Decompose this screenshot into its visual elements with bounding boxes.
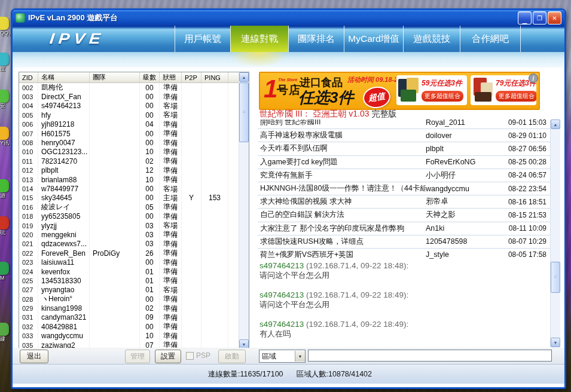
forum-post[interactable]: 求大神给俄国的视频 求大神邪帝卓08-16 18:51 — [258, 195, 550, 209]
forum-post-title[interactable]: 求德国快速RUSH攻略，详细点 — [258, 237, 426, 247]
table-row[interactable]: 007H60157500準備 — [19, 129, 239, 138]
scrollbar-thumb[interactable]: ≡ — [239, 82, 249, 142]
tab-item[interactable]: 團隊排名 — [288, 26, 344, 52]
table-cell — [90, 230, 140, 239]
column-header[interactable]: 名稱 — [38, 72, 90, 82]
tab-item[interactable]: 用戶帳號 — [175, 26, 230, 52]
forum-post-title[interactable]: 究竟仲有無新手 — [258, 170, 426, 180]
table-row[interactable]: 002凱梅伦00準備 — [19, 83, 239, 92]
desktop-icon[interactable]: QQ音 — [0, 17, 10, 36]
table-row[interactable]: 020menggekni03準備 — [19, 230, 239, 239]
table-row[interactable]: 014w7844997700客場 — [19, 184, 239, 193]
tab-active[interactable]: 連線對戰 — [230, 26, 288, 52]
column-header[interactable]: 級數 — [140, 72, 160, 82]
desktop-icon[interactable]: 游 — [0, 179, 10, 198]
forum-post[interactable]: 入game要打cd key問題FoRevErKoNG08-25 00:28 — [258, 156, 550, 169]
table-row[interactable]: 015sky3464500主場Y153 — [19, 194, 239, 203]
forum-post-title[interactable]: 開唔到 世紀帝國III — [258, 120, 426, 127]
forum-post-title[interactable]: 大家注意了 那个没名字的印度玩家是作弊狗 — [258, 223, 426, 234]
table-row[interactable]: 033wangdyccmu10準備 — [19, 332, 239, 341]
region-dropdown[interactable]: 區域 ▼ — [259, 350, 306, 363]
column-header[interactable]: P2P — [182, 72, 201, 82]
column-header[interactable]: ZID — [19, 72, 38, 82]
maximize-button[interactable]: ❐ — [533, 11, 546, 24]
table-row[interactable]: 003DirectX_Fan00準備 — [19, 92, 239, 101]
table-row[interactable]: 018yy6523580500準備 — [19, 212, 239, 220]
scroll-up-icon[interactable]: ▲ — [239, 72, 249, 82]
table-row[interactable]: 028ヽHeroin°00準備 — [19, 295, 239, 304]
table-row[interactable]: 019ylyzjj03客場 — [19, 221, 239, 230]
table-row[interactable]: 029kinsang199802準備 — [19, 304, 239, 313]
desktop-icon[interactable]: Y讯 — [0, 127, 10, 146]
table-row[interactable]: 023laisiuwa1100準備 — [19, 258, 239, 267]
column-header[interactable]: 狀態 — [160, 72, 182, 82]
table-row[interactable]: 022ForeveR_BenProDiGy26準備 — [19, 249, 239, 258]
forum-post[interactable]: 今天咋看不到队伍啊plbplt08-27 06:56 — [258, 142, 550, 155]
tab-item[interactable]: 遊戲競技 — [403, 26, 460, 52]
window-titlebar[interactable]: IPvE vLan 2900 遊戲平台 ▁ ❐ ✕ — [13, 10, 564, 26]
exit-button[interactable]: 退出 — [20, 350, 48, 363]
forum-post-title[interactable]: 入game要打cd key問題 — [258, 157, 426, 167]
forum-post-title[interactable]: 今天咋看不到队伍啊 — [258, 143, 426, 154]
column-header[interactable]: PING — [201, 72, 228, 82]
table-row[interactable]: 03240842988100準備 — [19, 322, 239, 331]
table-row[interactable]: 016綾波レイ05準備 — [19, 203, 239, 212]
column-header[interactable]: 團隊 — [90, 72, 140, 82]
desktop-icon[interactable]: 建 — [0, 323, 10, 342]
forum-post-title[interactable]: 自己的空白錯誤 解決方法 — [258, 210, 426, 220]
table-row[interactable]: 027ynyangtao01客場 — [19, 286, 239, 295]
player-table-scrollbar[interactable]: ▲ ≡ ▼ — [239, 72, 249, 349]
table-row[interactable]: 021qdzacewxs7...03準備 — [19, 240, 239, 249]
desktop-icon[interactable]: 安 — [0, 90, 10, 109]
close-button[interactable]: ✕ — [548, 11, 561, 24]
ad-offer-card[interactable]: 59元任选3件 更多超值组合 — [396, 75, 467, 105]
forum-post[interactable]: 求德国快速RUSH攻略，详细点120547859808-07 10:29 — [258, 235, 550, 249]
scrollbar-thumb[interactable]: ≡ — [551, 262, 560, 293]
forum-post-title[interactable]: HJKNNGH-法国80级一一作弊！请注意！（44卡組） — [258, 183, 426, 194]
info-icon[interactable]: i — [529, 74, 538, 83]
table-row[interactable]: 031candyman32109準備 — [19, 313, 239, 322]
forum-post-title[interactable]: 高手神速秒殺專家级電腦 — [258, 130, 426, 140]
table-row[interactable]: 01178231427002準備 — [19, 157, 239, 166]
chevron-down-icon[interactable]: ▼ — [295, 351, 305, 362]
table-cell: Y — [182, 194, 201, 203]
table-cell-filler — [228, 249, 239, 258]
table-row[interactable]: 006yjh89121804準備 — [19, 120, 239, 129]
offer-more-button[interactable]: 更多超值组合 — [422, 91, 463, 102]
forum-post[interactable]: 大家注意了 那个没名字的印度玩家是作弊狗An1ki08-11 10:09 — [258, 222, 550, 235]
forum-post[interactable]: 高手神速秒殺專家级電腦doilover08-29 01:10 — [258, 129, 550, 142]
checkbox-icon — [186, 352, 194, 360]
tab-item[interactable]: MyCard增值 — [344, 26, 403, 52]
forum-post[interactable]: HJKNNGH-法国80级一一作弊！请注意！（44卡組）wangdyccmu08… — [258, 182, 550, 195]
forum-post-author: 天神之影 — [426, 210, 501, 220]
forum-post[interactable]: 開唔到 世紀帝國IIIRoyal_201109-01 15:03 — [258, 120, 550, 129]
tab-item[interactable]: 合作網吧 — [460, 26, 521, 52]
table-row[interactable]: 010OGC123123...10準備 — [19, 148, 239, 157]
table-row[interactable]: 012plbplt12準備 — [19, 166, 239, 175]
forum-post[interactable]: 究竟仲有無新手小小明仔08-24 06:57 — [258, 169, 550, 182]
ad-banner[interactable]: 1 The Store 号店 进口食品 任选3件 活动时间 09.18-29 超… — [259, 72, 540, 110]
forum-post[interactable]: 自己的空白錯誤 解決方法天神之影08-15 21:53 — [258, 209, 550, 222]
table-row[interactable]: 008henry004700準備 — [19, 138, 239, 147]
table-row[interactable]: 004s49746421300客場 — [19, 102, 239, 111]
desktop-icon[interactable]: 度 — [0, 53, 10, 72]
desktop-icon[interactable]: M — [0, 262, 10, 281]
offer-more-button[interactable]: 更多超值组合 — [496, 91, 536, 102]
scroll-up-icon[interactable]: ▲ — [551, 120, 560, 129]
settings-button[interactable]: 設置 — [155, 350, 181, 363]
table-row[interactable]: 025134531833001準備 — [19, 276, 239, 285]
forum-post-title[interactable]: 求大神给俄国的视频 求大神 — [258, 197, 426, 207]
ad-offer-card[interactable]: 79元任选3件 更多超值组合 — [471, 75, 536, 105]
desktop-icon[interactable]: 玩 — [0, 216, 10, 235]
minimize-button[interactable]: ▁ — [518, 11, 532, 24]
table-cell: 021 — [19, 240, 38, 249]
forum-post-title[interactable]: 荷兰+俄罗斯VS西班牙+英国 — [258, 250, 426, 259]
table-cell: 10 — [140, 175, 160, 184]
chat-message-input[interactable] — [308, 350, 552, 362]
table-row[interactable]: 005hfy00客場 — [19, 111, 239, 120]
panel-scrollbar[interactable]: ▲ ≡ ▼ — [550, 120, 560, 347]
table-row[interactable]: 013brianlam8810準備 — [19, 175, 239, 184]
scroll-down-icon[interactable]: ▼ — [551, 338, 560, 347]
table-row[interactable]: 024kevenfox01準備 — [19, 267, 239, 276]
forum-post[interactable]: 荷兰+俄罗斯VS西班牙+英国J_style08-05 17:58 — [258, 249, 550, 259]
